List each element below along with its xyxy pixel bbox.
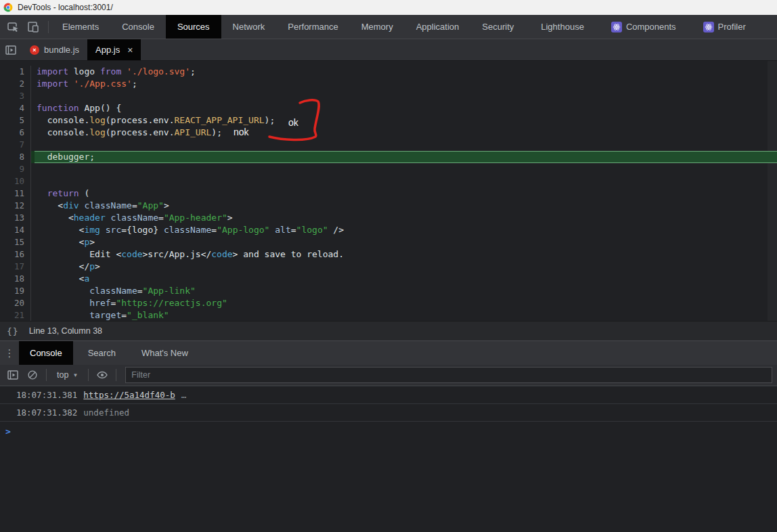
line-number[interactable]: 1 — [0, 66, 31, 78]
code-line: 16 Edit <code>src/App.js</code> and save… — [0, 248, 777, 261]
code-line: 14 <img src={logo} className="App-logo" … — [0, 224, 777, 236]
prompt-chevron-icon: > — [5, 426, 11, 437]
source-editor[interactable]: 1import logo from './logo.svg';2import '… — [0, 61, 777, 321]
toolbar-divider — [48, 21, 49, 33]
code-line-text[interactable]: debugger; — [31, 151, 777, 163]
file-tab-strip: × bundle.js App.js × — [0, 39, 777, 61]
code-line: 19 className="App-link" — [0, 285, 777, 297]
close-tab-icon[interactable]: × — [127, 45, 133, 56]
line-number[interactable]: 8 — [0, 151, 31, 163]
code-line-text[interactable]: import './App.css'; — [31, 78, 777, 90]
editor-statusbar: {} Line 13, Column 38 — [0, 321, 777, 340]
line-number[interactable]: 21 — [0, 309, 31, 321]
tab-memory[interactable]: Memory — [350, 15, 405, 39]
line-number[interactable]: 16 — [0, 248, 31, 261]
line-number[interactable]: 17 — [0, 261, 31, 273]
tab-lighthouse[interactable]: Lighthouse — [529, 15, 596, 39]
file-tab-app-js[interactable]: App.js × — [87, 39, 141, 60]
tab-elements[interactable]: Elements — [51, 15, 110, 39]
line-number[interactable]: 5 — [0, 114, 31, 127]
code-line: 11 return ( — [0, 187, 777, 200]
tab-sources[interactable]: Sources — [166, 15, 221, 39]
code-line-text[interactable]: <p> — [31, 236, 777, 248]
window-title: DevTools - localhost:3001/ — [18, 3, 113, 12]
clear-console-icon[interactable] — [24, 367, 41, 383]
line-number[interactable]: 9 — [0, 163, 31, 175]
line-number[interactable]: 4 — [0, 102, 31, 114]
drawer-menu-icon[interactable]: ⋮ — [0, 341, 19, 365]
code-line-text[interactable]: function App() { — [31, 102, 777, 114]
line-number[interactable]: 18 — [0, 273, 31, 285]
tab-performance[interactable]: Performance — [276, 15, 349, 39]
line-number[interactable]: 2 — [0, 78, 31, 90]
code-line: 20 href="https://reactjs.org" — [0, 297, 777, 309]
code-line-text[interactable] — [31, 90, 777, 102]
code-line-text[interactable]: Edit <code>src/App.js</code> and save to… — [31, 248, 777, 261]
line-number[interactable]: 15 — [0, 236, 31, 248]
code-line-text[interactable]: console.log(process.env.API_URL); — [31, 127, 777, 139]
tab-components[interactable]: Components — [600, 15, 688, 39]
message-ellipsis: … — [181, 390, 187, 400]
pretty-print-icon[interactable]: {} — [7, 326, 19, 336]
react-atom-icon — [611, 22, 622, 32]
console-message-row: 18:07:31.381https://5a14df40-b… — [0, 386, 777, 404]
chevron-down-icon: ▼ — [72, 372, 78, 378]
annotation-ok-text: ok — [288, 117, 298, 128]
annotation-nok-text: nok — [234, 127, 249, 137]
tab-console[interactable]: Console — [110, 15, 166, 39]
code-line-text[interactable] — [31, 139, 777, 151]
code-line: 5 console.log(process.env.REACT_APP_API_… — [0, 114, 777, 127]
drawer-tab-whats-new[interactable]: What's New — [131, 341, 199, 365]
code-line-text[interactable]: </p> — [31, 261, 777, 273]
inspect-element-icon[interactable] — [5, 19, 21, 35]
toolbar-divider — [116, 369, 116, 381]
error-badge-icon: × — [30, 45, 39, 55]
code-line-text[interactable]: href="https://reactjs.org" — [31, 297, 777, 309]
line-number[interactable]: 10 — [0, 175, 31, 187]
live-expression-eye-icon[interactable] — [94, 367, 110, 383]
show-navigator-icon[interactable] — [3, 42, 19, 58]
message-timestamp: 18:07:31.381 — [16, 390, 77, 400]
line-number[interactable]: 7 — [0, 139, 31, 151]
tab-profiler[interactable]: Profiler — [692, 15, 757, 39]
console-prompt[interactable]: > — [0, 422, 777, 437]
message-timestamp: 18:07:31.382 — [16, 407, 77, 418]
code-line-text[interactable]: import logo from './logo.svg'; — [31, 66, 777, 78]
line-number[interactable]: 14 — [0, 224, 31, 236]
line-number[interactable]: 12 — [0, 200, 31, 212]
code-line: 13 <header className="App-header"> — [0, 212, 777, 224]
tab-application[interactable]: Application — [405, 15, 471, 39]
tab-security[interactable]: Security — [470, 15, 525, 39]
paused-debugger-line: 8 debugger; — [0, 151, 777, 163]
code-line-text[interactable]: <header className="App-header"> — [31, 212, 777, 224]
code-line-text[interactable]: return ( — [31, 187, 777, 200]
code-line-text[interactable]: <a — [31, 273, 777, 285]
console-filter-input[interactable] — [125, 367, 772, 383]
line-number[interactable]: 3 — [0, 90, 31, 102]
code-line-text[interactable] — [31, 163, 777, 175]
code-line-text[interactable]: <img src={logo} className="App-logo" alt… — [31, 224, 777, 236]
line-number[interactable]: 13 — [0, 212, 31, 224]
console-toolbar: top ▼ — [0, 365, 777, 386]
code-line-text[interactable] — [31, 175, 777, 187]
code-line-text[interactable]: console.log(process.env.REACT_APP_API_UR… — [31, 114, 777, 127]
execution-context-selector[interactable]: top ▼ — [52, 370, 83, 380]
line-number[interactable]: 19 — [0, 285, 31, 297]
tab-network[interactable]: Network — [221, 15, 277, 39]
line-number[interactable]: 11 — [0, 187, 31, 200]
drawer-tab-search[interactable]: Search — [77, 341, 127, 365]
line-number[interactable]: 20 — [0, 297, 31, 309]
code-line-text[interactable]: <div className="App"> — [31, 200, 777, 212]
message-link[interactable]: https://5a14df40-b — [83, 390, 175, 400]
code-line: 1import logo from './logo.svg'; — [0, 66, 777, 78]
drawer-tab-console[interactable]: Console — [19, 341, 73, 365]
code-area: 1import logo from './logo.svg';2import '… — [0, 61, 777, 321]
code-line-text[interactable]: className="App-link" — [31, 285, 777, 297]
file-tab-bundle-js[interactable]: × bundle.js — [22, 39, 87, 60]
line-number[interactable]: 6 — [0, 127, 31, 139]
device-toolbar-icon[interactable] — [25, 19, 41, 35]
show-console-sidebar-icon[interactable] — [5, 367, 21, 383]
code-line: 9 — [0, 163, 777, 175]
code-line-text[interactable]: target="_blank" — [31, 309, 777, 321]
code-line: 2import './App.css'; — [0, 78, 777, 90]
